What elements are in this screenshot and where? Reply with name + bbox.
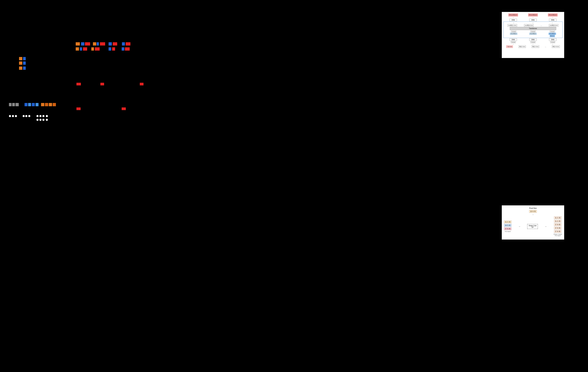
block-r4 [126,42,130,45]
dot-9 [42,115,44,117]
block-bl3 [32,103,35,106]
dnn-box-6: DNN [549,38,556,41]
block-r3 [113,42,117,45]
transformer-box: Transformer [510,27,556,30]
dot-13 [42,119,44,121]
block-b2 [97,42,99,45]
poi-batch: [1, 2, 3] [4, 5, 6] [7, 8, 9] [504,221,512,230]
block-or2 [45,103,48,106]
block-g2 [12,103,15,106]
result-label: Shape CastedPOI batch [554,234,562,236]
block-lb2 [23,62,26,65]
block-r8 [125,47,130,51]
dot-1 [9,115,11,117]
dnn-box-5: DNN [529,38,537,41]
prod-size-title: Prod Size [504,207,562,209]
block-lo3 [19,66,22,70]
prodN-emb: 商品 N Emb [552,45,560,48]
new-prod1-emb: new商品1 Emb [508,24,517,27]
prod1-emb: 商品1 Emb [519,45,526,48]
shape-cast-result: [1, 2, 3] [1, 2, 3] [7, 8, 9] [7, 8, 9] … [554,216,562,233]
score-box-1: 单位次预估分 [508,13,518,16]
block-bl1 [24,103,28,106]
block-g3 [15,103,19,106]
prod-size-value: [2, 0, 3] [529,210,537,213]
dot-5 [25,115,27,117]
new-prod3-emb: new商品3 Emb [549,24,558,27]
result-cell-5: [7, 8, 9] [554,230,562,233]
new-prod2-emb: new商品2 Emb [524,24,534,27]
block-or1 [41,103,44,106]
block-o4 [91,47,94,51]
score-box-3: 单位次预估分 [548,13,557,16]
result-cell-4: [7, 8, 9] [554,227,562,229]
block-b1 [81,42,84,45]
dot-3 [15,115,17,117]
block-b7 [122,47,124,51]
dnn-box-1: DNN [509,19,517,21]
block-lo2 [19,62,22,65]
block-or4 [53,103,56,106]
block-b4 [122,42,125,45]
result-cell-1: [1, 2, 3] [554,216,562,219]
result-cell-2: [1, 2, 3] [554,220,562,223]
block-lb3 [23,66,26,70]
result-cell-3: [7, 8, 9] [554,223,562,226]
block-r1 [85,42,90,45]
block-rm1 [76,83,81,85]
dnn-box-4: DNN [509,38,517,41]
dot-14 [46,119,48,121]
block-o1 [76,42,80,45]
poi-cell-2: [4, 5, 6] [504,224,512,227]
dnn-box-3: DNN [549,19,556,21]
dnn-box-2: DNN [529,19,537,21]
block-o3 [76,47,79,51]
block-rm3 [140,83,144,85]
block-o2 [93,42,96,45]
store-emb: 门店 Emb [506,45,513,48]
dot-2 [12,115,14,117]
block-rm2 [100,83,104,85]
dot-11 [36,119,39,121]
dot-7 [36,115,39,117]
shape-cast-op-box: Shape CastOP [527,224,538,229]
shape-cast-diagram: Prod Size [2, 0, 3] ↓ [1, 2, 3] [4, 5, 6… [502,205,564,240]
block-b6 [109,47,111,51]
block-r2 [100,42,105,45]
block-bl4 [36,103,39,106]
block-rr2 [122,107,126,110]
score-box-2: 单位次预估分 [528,13,538,16]
poi-batch-label: POI batch [505,231,511,232]
block-b3 [109,42,112,45]
block-or3 [49,103,52,106]
block-bl2 [28,103,31,106]
dot-10 [46,115,48,117]
prod2-emb: 商品 2 Emb [532,45,539,48]
dot-12 [39,119,42,121]
poi-cell-3: [7, 8, 9] [504,227,512,230]
dot-8 [39,115,42,117]
block-lb1 [23,57,26,60]
transformer-diagram: 单位次预估分 单位次预估分 单位次预估分 ↑↑↑ DNN DNN DNN ↑↑↑… [502,12,564,58]
dot-6 [28,115,30,117]
dot-4 [23,115,25,117]
block-rr1 [76,107,81,110]
block-r7 [112,47,115,51]
block-r5 [83,47,87,51]
poi-cell-1: [1, 2, 3] [504,221,512,223]
block-r6 [95,47,100,51]
block-lo1 [19,57,22,60]
block-g1 [9,103,12,106]
block-b5 [80,47,82,51]
